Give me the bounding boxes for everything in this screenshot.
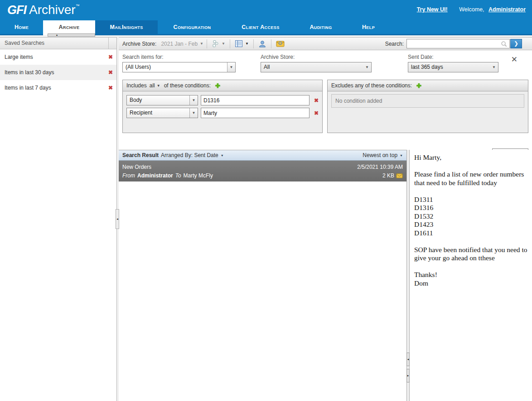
saved-search-last-30-days[interactable]: Items in last 30 days ✖ [0,65,116,80]
add-include-condition-icon[interactable]: ✚ [215,82,220,89]
delete-saved-search-icon[interactable]: ✖ [108,65,113,80]
condition-value-input[interactable] [201,95,310,105]
column-layout-caret-icon: ▼ [245,42,249,46]
chevron-down-icon: ▼ [490,62,498,72]
mail-from: Administrator [137,172,173,180]
sidebar-collapse-handle[interactable]: ◂ [116,209,119,229]
tab-client-access[interactable]: Client Access [227,20,295,35]
app-header: GFIArchiver™ Try New UI! Welcome, Admini… [0,0,532,20]
mail-to: Marty McFly [184,172,213,180]
remove-condition-icon[interactable]: ✖ [314,97,319,104]
mail-subject: New Orders [122,163,151,172]
chevron-down-icon[interactable]: ▼ [227,62,235,72]
archive-store-toolbar-label: Archive Store: [122,41,156,47]
column-layout-button[interactable]: ▼ [233,39,250,48]
result-row-selected[interactable]: New Orders 2/5/2021 10:39 AM From Admini… [119,161,406,181]
search-items-for-dropdown[interactable]: (All Users) ▼ [122,62,236,72]
includes-mode-caret-icon[interactable]: ▼ [157,84,160,88]
try-new-ui-link[interactable]: Try New UI! [417,6,448,13]
archive-store-caret-icon[interactable]: ▼ [200,42,203,46]
saved-search-label: Items in last 7 days [5,85,51,91]
delete-saved-search-icon[interactable]: ✖ [108,49,113,65]
to-label: To [175,172,181,180]
includes-mode-value[interactable]: all [150,82,155,89]
search-items-for-group: Search items for: (All Users) ▼ [122,54,236,72]
saved-searches-panel: Saved Searches Large items ✖ Items in la… [0,37,117,401]
email-body-text: Hi Marty, Please find a list of new orde… [410,150,532,287]
includes-panel: Includes all ▼ of these conditions: ✚ Bo… [122,80,323,133]
quick-search-area: Search: ❯ [385,39,522,48]
condition-field-value: Body [130,97,142,103]
archive-store-group: Archive Store: All ▼ [261,54,372,72]
user-view-button[interactable] [257,39,268,49]
splitter-collapse-right-handle[interactable]: ▸ [406,369,410,382]
logo-product-text: Archiver [29,3,76,17]
archive-toolbar: Archive Store: 2021 Jan - Feb ▼ ▼ [119,38,532,50]
result-row-line1: New Orders 2/5/2021 10:39 AM [122,163,403,172]
grouping-button[interactable]: ▼ [210,39,227,48]
condition-value-input[interactable] [201,108,310,118]
archive-store-value: All [264,64,270,70]
content-area: Archive Store: 2021 Jan - Feb ▼ ▼ [119,37,532,401]
mail-size-area: 2 KB [382,172,403,180]
saved-search-large-items[interactable]: Large items ✖ [0,49,116,65]
no-condition-placeholder: No condition added [331,94,524,108]
condition-row: Recipient ▼ ✖ [126,108,319,118]
gfi-archiver-window: GFIArchiver™ Try New UI! Welcome, Admini… [0,0,532,401]
toolbar-separator [253,39,254,48]
tab-configuration[interactable]: Configuration [158,20,227,35]
excludes-header: Excludes any of these conditions: ✚ [328,80,528,91]
quick-search-box [406,39,510,48]
condition-field-dropdown[interactable]: Recipient ▼ [126,108,198,118]
mail-size: 2 KB [382,172,394,180]
saved-search-label: Large items [5,54,33,60]
administrator-link[interactable]: Administrator [488,6,526,13]
advanced-search-form: Search items for: (All Users) ▼ Archive … [119,50,532,146]
sent-date-label: Sent Date: [408,54,498,60]
tab-home[interactable]: Home [0,20,43,35]
grouping-icon [212,40,219,48]
close-advanced-search-icon[interactable]: ✕ [511,55,517,64]
saved-searches-list: Large items ✖ Items in last 30 days ✖ It… [0,49,116,95]
from-label: From [122,172,135,180]
condition-row: Body ▼ ✖ [126,95,319,105]
result-row-line2: From Administrator To Marty McFly 2 KB [122,172,403,180]
tab-mailinsights[interactable]: MailInsights [95,20,158,35]
search-items-for-value: (All Users) [126,64,151,70]
quick-search-label: Search: [385,41,404,47]
saved-searches-header-cap [108,38,116,49]
mail-date: 2/5/2021 10:39 AM [357,163,403,172]
arranged-by-label[interactable]: Arranged By: Sent Date [161,152,218,158]
sort-order-caret-icon: ▼ [400,154,403,157]
toolbar-separator [230,39,230,48]
grouping-caret-icon: ▼ [222,42,225,46]
saved-searches-header: Saved Searches [0,38,116,49]
saved-search-last-7-days[interactable]: Items in last 7 days ✖ [0,80,116,95]
email-view-button[interactable] [275,39,286,48]
saved-searches-title: Saved Searches [5,40,44,46]
splitter-collapse-left-handle[interactable]: ◂ [406,353,410,366]
tab-help[interactable]: Help [347,20,390,35]
arranged-by-caret-icon[interactable]: ▼ [221,154,224,157]
archive-tab-dropdown-remnant: ▴ [48,33,95,37]
remove-condition-icon[interactable]: ✖ [314,110,319,116]
archive-store-dropdown[interactable]: All ▼ [261,62,372,72]
add-exclude-condition-icon[interactable]: ✚ [416,82,421,89]
column-layout-icon [235,40,243,48]
sort-order-control[interactable]: Newest on top ▼ [363,152,403,158]
logo-trademark: ™ [76,4,80,8]
delete-saved-search-icon[interactable]: ✖ [108,80,113,95]
tab-auditing[interactable]: Auditing [295,20,347,35]
search-results-pane: Search Result Arranged By: Sent Date ▼ N… [119,150,406,401]
archive-store-toolbar-value[interactable]: 2021 Jan - Feb [161,41,198,47]
sent-date-dropdown[interactable]: last 365 days ▼ [408,62,498,72]
envelope-icon [276,40,285,47]
preview-splitter[interactable]: ◂ ▸ [406,150,410,401]
quick-search-input[interactable] [407,39,497,48]
condition-field-value: Recipient [130,110,152,116]
search-go-button[interactable]: ❯ [510,39,522,48]
sort-order-label: Newest on top [363,152,397,158]
condition-field-dropdown[interactable]: Body ▼ [126,95,198,105]
user-icon [258,40,266,48]
includes-conditions: Body ▼ ✖ Recipient ▼ ✖ [123,91,322,124]
